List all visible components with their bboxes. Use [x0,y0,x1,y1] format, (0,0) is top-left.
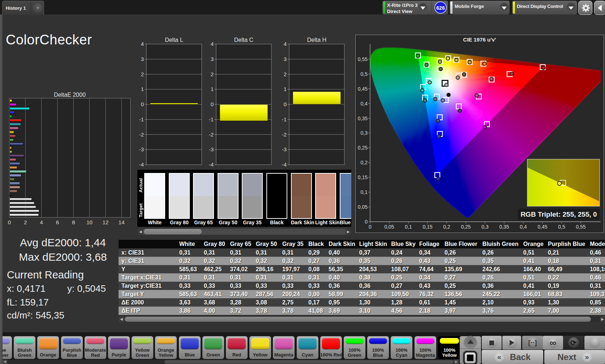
svg-text:Delta C: Delta C [234,37,253,43]
svg-text:3: 3 [211,56,214,62]
svg-text:0: 0 [284,101,287,107]
svg-text:4: 4 [284,41,287,47]
svg-text:14: 14 [119,219,125,225]
svg-text:0: 0 [211,101,214,107]
svg-text:0,1: 0,1 [405,224,412,230]
svg-text:0,05: 0,05 [358,204,368,210]
svg-text:0,1: 0,1 [361,189,368,195]
svg-text:0: 0 [365,219,368,225]
svg-text:DeltaE 2000: DeltaE 2000 [54,92,86,98]
svg-text:-2: -2 [139,131,144,138]
svg-text:6: 6 [56,219,59,225]
svg-text:-1: -1 [282,116,287,122]
svg-text:0,5: 0,5 [361,71,368,77]
svg-text:-3: -3 [139,146,144,152]
svg-text:8: 8 [72,219,75,225]
svg-text:-4: -4 [282,161,287,168]
svg-text:1: 1 [284,86,287,92]
svg-text:0,25: 0,25 [461,224,471,230]
svg-text:0,45: 0,45 [358,86,368,92]
svg-text:2: 2 [141,71,144,77]
svg-text:0,55: 0,55 [358,56,368,62]
svg-text:0: 0 [369,224,372,230]
svg-text:Delta L: Delta L [165,37,183,43]
svg-text:0,35: 0,35 [499,224,509,230]
svg-text:-3: -3 [209,146,214,152]
svg-text:RGB Triplet: 255, 255, 0: RGB Triplet: 255, 255, 0 [520,211,597,218]
svg-text:-3: -3 [282,146,287,152]
svg-text:-2: -2 [282,131,287,138]
svg-text:0: 0 [141,101,144,107]
svg-text:0,45: 0,45 [537,224,547,230]
svg-text:2: 2 [284,71,287,77]
svg-text:0,25: 0,25 [358,145,368,151]
svg-text:3: 3 [284,56,287,62]
svg-text:0,5: 0,5 [558,224,565,230]
svg-text:3: 3 [141,56,144,62]
svg-text:-1: -1 [139,116,144,122]
svg-text:0,2: 0,2 [361,160,368,165]
svg-text:0,05: 0,05 [384,224,394,230]
svg-text:0,15: 0,15 [422,224,432,230]
svg-text:-4: -4 [139,161,144,168]
svg-text:4: 4 [211,41,214,47]
svg-text:0,3: 0,3 [481,224,489,230]
svg-text:1: 1 [211,86,214,92]
svg-text:0,2: 0,2 [443,224,450,230]
svg-text:0,4: 0,4 [361,101,368,107]
svg-text:4: 4 [40,219,43,225]
svg-text:CIE 1976 u'v': CIE 1976 u'v' [463,36,496,43]
svg-text:12: 12 [103,219,109,225]
svg-text:2: 2 [211,71,214,77]
svg-text:0,15: 0,15 [358,174,368,180]
svg-text:0,35: 0,35 [358,116,368,121]
svg-text:0: 0 [8,219,11,225]
svg-text:2: 2 [24,219,27,225]
svg-text:10: 10 [86,219,93,225]
svg-text:Delta H: Delta H [307,37,326,43]
svg-text:-2: -2 [209,131,214,138]
svg-text:4: 4 [141,41,144,47]
svg-text:0,3: 0,3 [361,130,368,136]
svg-text:-4: -4 [209,161,214,168]
svg-text:0,4: 0,4 [520,224,527,230]
svg-text:1: 1 [141,86,144,92]
svg-text:0,55: 0,55 [576,224,585,230]
svg-text:-1: -1 [209,116,214,122]
